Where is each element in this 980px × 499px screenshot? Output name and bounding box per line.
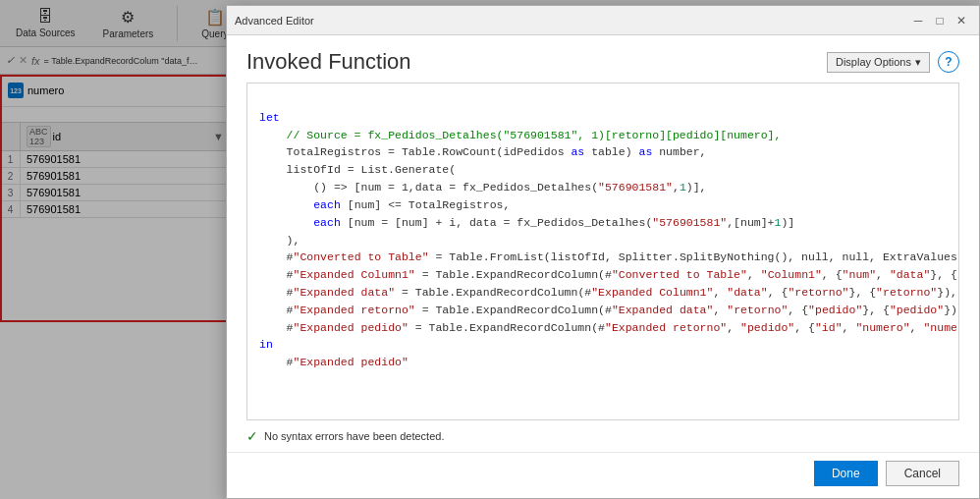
advanced-editor-dialog: Advanced Editor ─ □ ✕ Invoked Function D…	[226, 5, 980, 499]
dialog-titlebar: Advanced Editor ─ □ ✕	[227, 6, 979, 35]
done-button[interactable]: Done	[814, 461, 878, 486]
help-button[interactable]: ?	[938, 51, 959, 73]
dialog-header-right: Display Options ▾ ?	[827, 51, 959, 73]
code-editor[interactable]: let // Source = fx_Pedidos_Detalhes("576…	[247, 83, 958, 419]
display-options-button[interactable]: Display Options ▾	[827, 52, 930, 73]
maximize-button[interactable]: □	[930, 11, 950, 30]
display-options-arrow-icon: ▾	[915, 56, 921, 69]
minimize-button[interactable]: ─	[908, 11, 928, 30]
close-button[interactable]: ✕	[952, 11, 971, 30]
dialog-window-controls: ─ □ ✕	[908, 11, 971, 30]
dialog-title: Advanced Editor	[235, 15, 314, 27]
status-text: No syntax errors have been detected.	[264, 430, 444, 442]
dialog-footer: Done Cancel	[227, 452, 979, 498]
check-icon: ✓	[246, 428, 258, 444]
cancel-button[interactable]: Cancel	[886, 461, 959, 486]
dialog-header: Invoked Function Display Options ▾ ?	[227, 35, 979, 83]
display-options-label: Display Options	[836, 56, 911, 68]
help-icon: ?	[945, 55, 952, 69]
code-editor-area: let // Source = fx_Pedidos_Detalhes("576…	[246, 83, 959, 420]
dialog-heading: Invoked Function	[246, 49, 411, 75]
status-bar: ✓ No syntax errors have been detected.	[227, 420, 979, 452]
